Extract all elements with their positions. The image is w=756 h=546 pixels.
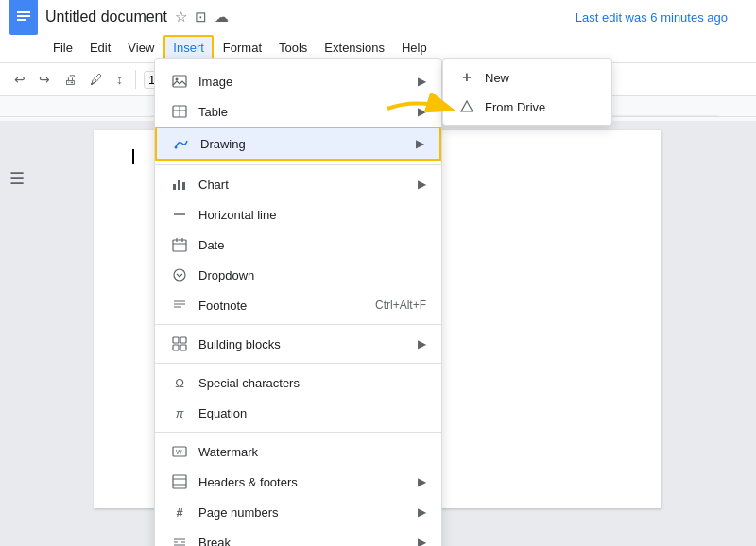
cloud-icon[interactable]: ☁ <box>215 9 229 26</box>
insert-watermark-label: Watermark <box>198 445 426 459</box>
insert-headers-footers-arrow: ▶ <box>418 475 426 488</box>
svg-rect-18 <box>173 184 176 190</box>
drawing-submenu: + New From Drive <box>442 58 612 126</box>
special-chars-icon: Ω <box>170 373 189 392</box>
insert-footnote-label: Footnote <box>198 299 375 313</box>
headers-footers-icon <box>170 472 189 491</box>
insert-break-label: Break <box>198 536 418 547</box>
insert-break-item[interactable]: Break ▶ <box>155 527 441 546</box>
horizontal-line-icon <box>170 205 189 224</box>
insert-drawing-arrow: ▶ <box>416 137 424 150</box>
svg-rect-31 <box>180 337 186 343</box>
drawing-from-drive-label: From Drive <box>485 100 545 114</box>
redo-button[interactable]: ↪ <box>34 69 55 90</box>
svg-rect-30 <box>173 337 179 343</box>
footnote-icon <box>170 296 189 315</box>
svg-rect-1 <box>17 11 30 13</box>
insert-equation-item[interactable]: π Equation <box>155 398 441 428</box>
insert-chart-label: Chart <box>198 178 418 192</box>
insert-menu-section-3: Building blocks ▶ <box>155 325 441 364</box>
insert-date-item[interactable]: Date <box>155 230 441 260</box>
svg-rect-32 <box>173 345 179 350</box>
drawing-icon <box>172 134 191 153</box>
insert-chart-arrow: ▶ <box>418 178 426 191</box>
insert-equation-label: Equation <box>198 406 426 420</box>
insert-footnote-shortcut: Ctrl+Alt+F <box>375 299 426 312</box>
title-icons: ☆ ⊡ ☁ <box>175 9 229 26</box>
drawing-new-item[interactable]: + New <box>443 62 611 93</box>
drive-icon[interactable]: ⊡ <box>195 9 207 26</box>
insert-dropdown-menu: Image ▶ Table ▶ Drawing ▶ Chart ▶ <box>154 58 442 546</box>
menu-tools[interactable]: Tools <box>271 37 315 59</box>
break-icon <box>170 533 189 546</box>
text-cursor <box>132 149 134 164</box>
date-icon <box>170 235 189 254</box>
svg-point-26 <box>174 269 185 281</box>
title-bar: Untitled document ☆ ⊡ ☁ Last edit was 6 … <box>0 0 756 34</box>
insert-break-arrow: ▶ <box>418 536 426 546</box>
sidebar-outline-icon[interactable]: ☰ <box>9 168 25 189</box>
insert-special-chars-label: Special characters <box>198 376 426 390</box>
app-icon <box>9 0 38 35</box>
svg-rect-12 <box>173 76 186 87</box>
svg-rect-3 <box>17 19 26 21</box>
svg-rect-36 <box>173 475 186 488</box>
insert-dropdown-label: Dropdown <box>198 268 426 282</box>
svg-point-17 <box>175 146 178 149</box>
document-title[interactable]: Untitled document <box>45 9 167 26</box>
insert-footnote-item[interactable]: Footnote Ctrl+Alt+F <box>155 290 441 320</box>
svg-rect-19 <box>178 180 180 190</box>
menu-help[interactable]: Help <box>394 37 435 59</box>
insert-watermark-item[interactable]: W Watermark <box>155 436 441 467</box>
svg-rect-2 <box>17 15 30 17</box>
building-blocks-icon <box>170 334 189 353</box>
drawing-from-drive-item[interactable]: From Drive <box>443 93 611 121</box>
menu-edit[interactable]: Edit <box>82 37 118 59</box>
menu-format[interactable]: Format <box>215 37 269 59</box>
chart-icon <box>170 175 189 194</box>
zoom-button[interactable]: ↕ <box>112 69 128 90</box>
page-numbers-icon: # <box>170 503 189 521</box>
insert-special-chars-item[interactable]: Ω Special characters <box>155 367 441 398</box>
image-icon <box>170 72 189 91</box>
insert-headers-footers-label: Headers & footers <box>198 475 418 489</box>
svg-point-13 <box>176 78 179 81</box>
undo-button[interactable]: ↩ <box>9 69 30 90</box>
dropdown-icon <box>170 265 189 284</box>
svg-rect-20 <box>182 182 185 190</box>
menu-view[interactable]: View <box>120 37 162 59</box>
insert-hline-label: Horizontal line <box>198 208 426 222</box>
insert-building-blocks-item[interactable]: Building blocks ▶ <box>155 329 441 359</box>
insert-image-label: Image <box>198 75 418 89</box>
insert-chart-item[interactable]: Chart ▶ <box>155 169 441 199</box>
watermark-icon: W <box>170 442 189 461</box>
last-edit-text: Last edit was 6 minutes ago <box>576 10 728 25</box>
menu-file[interactable]: File <box>45 37 80 59</box>
insert-building-blocks-arrow: ▶ <box>418 337 426 350</box>
print-button[interactable]: 🖨 <box>59 69 81 90</box>
star-icon[interactable]: ☆ <box>175 9 187 26</box>
insert-page-numbers-label: Page numbers <box>198 505 418 520</box>
insert-page-numbers-item[interactable]: # Page numbers ▶ <box>155 497 441 527</box>
arrow-indicator <box>378 93 463 125</box>
insert-dropdown-item[interactable]: Dropdown <box>155 260 441 290</box>
insert-menu-section-4: Ω Special characters π Equation <box>155 364 441 433</box>
menu-insert[interactable]: Insert <box>163 35 214 60</box>
insert-image-arrow: ▶ <box>418 75 426 88</box>
insert-horizontal-line-item[interactable]: Horizontal line <box>155 199 441 230</box>
insert-page-numbers-arrow: ▶ <box>418 505 426 519</box>
new-drawing-icon: + <box>458 69 475 86</box>
svg-rect-22 <box>173 240 186 251</box>
svg-text:W: W <box>176 449 182 455</box>
insert-menu-section-2: Chart ▶ Horizontal line Date Dropdown <box>155 165 441 325</box>
menu-extensions[interactable]: Extensions <box>317 37 392 59</box>
insert-drawing-label: Drawing <box>200 137 416 151</box>
paint-format-button[interactable]: 🖊 <box>85 69 108 90</box>
insert-drawing-item[interactable]: Drawing ▶ <box>155 127 441 161</box>
insert-building-blocks-label: Building blocks <box>198 337 418 351</box>
insert-headers-footers-item[interactable]: Headers & footers ▶ <box>155 467 441 497</box>
drawing-new-label: New <box>485 71 509 85</box>
insert-menu-section-5: W Watermark Headers & footers ▶ # Page n… <box>155 433 441 546</box>
equation-icon: π <box>170 403 189 422</box>
toolbar-separator <box>135 70 136 89</box>
